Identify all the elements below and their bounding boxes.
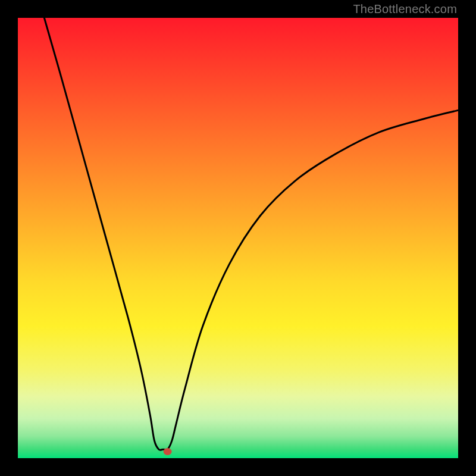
chart-overlay — [18, 18, 458, 458]
watermark-label: TheBottleneck.com — [353, 2, 457, 16]
minimum-marker — [164, 448, 172, 455]
bottleneck-curve — [44, 18, 458, 450]
chart-stage: TheBottleneck.com — [0, 0, 476, 476]
